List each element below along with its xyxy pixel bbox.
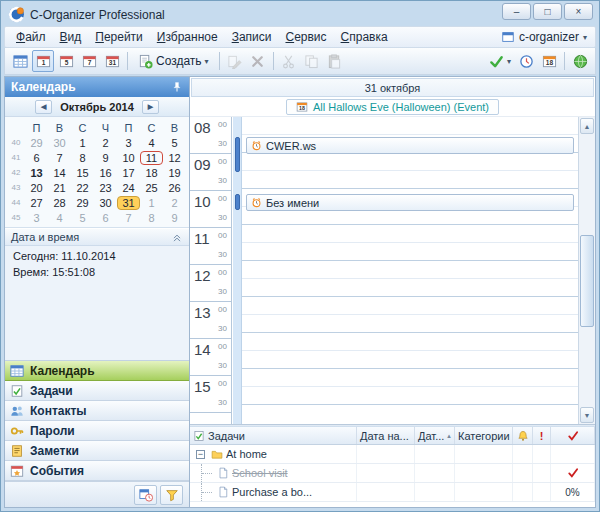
time-slot[interactable] [233, 243, 578, 261]
calendar-day[interactable]: 24 [117, 181, 140, 195]
time-slot[interactable] [233, 351, 578, 369]
sidebar-item-calendar[interactable]: Календарь [5, 361, 189, 381]
calendar-day[interactable]: 1 [140, 196, 163, 210]
calendar-day[interactable]: 3 [117, 136, 140, 150]
time-slot[interactable] [233, 225, 578, 243]
calendar-day[interactable]: 4 [48, 211, 71, 225]
calendar-day[interactable]: 3 [25, 211, 48, 225]
calendar-day[interactable]: 27 [25, 196, 48, 210]
menu-item[interactable]: Вид [53, 27, 89, 47]
calendar-options-button[interactable] [134, 485, 157, 505]
tasks-column-header[interactable]: Дат...▴ [415, 427, 455, 444]
calendar-day[interactable]: 1 [71, 136, 94, 150]
pin-icon[interactable] [171, 81, 183, 93]
c-organizer-menu[interactable]: c-organizer ▾ [501, 30, 591, 44]
sidebar-item-passwords[interactable]: Пароли [5, 421, 189, 441]
calendar-day[interactable]: 31 [117, 196, 140, 210]
scroll-down-button[interactable]: ▼ [580, 407, 594, 423]
calendar-day[interactable]: 18 [140, 166, 163, 180]
calendar-day[interactable]: 12 [163, 151, 186, 165]
time-slot[interactable] [233, 117, 578, 135]
time-slot[interactable] [233, 153, 578, 171]
paste-button[interactable] [324, 50, 346, 72]
calendar-day[interactable]: 6 [25, 151, 48, 165]
workweek-view-button[interactable]: 5 [55, 50, 77, 72]
sidebar-item-tasks[interactable]: Задачи [5, 381, 189, 401]
menu-item[interactable]: Сервис [278, 27, 333, 47]
minimize-button[interactable]: – [502, 3, 531, 20]
go-to-date-button[interactable]: 18 [538, 50, 560, 72]
task-row[interactable]: Purchase a bo...0% [190, 483, 595, 502]
tasks-column-header[interactable]: Дата на... [357, 427, 415, 444]
event-item[interactable]: Без имени [246, 194, 574, 211]
calendar-day[interactable]: 6 [94, 211, 117, 225]
time-slot[interactable] [233, 333, 578, 351]
calendar-day[interactable]: 4 [140, 136, 163, 150]
task-row[interactable]: −At home [190, 445, 595, 464]
menu-item[interactable]: Файл [9, 27, 53, 47]
holidays-button[interactable] [569, 50, 591, 72]
create-button[interactable]: Создать ▾ [132, 50, 215, 72]
calendar-day[interactable]: 14 [48, 166, 71, 180]
calendar-day[interactable]: 20 [25, 181, 48, 195]
menu-item[interactable]: Избранное [150, 27, 225, 47]
scroll-up-button[interactable]: ▲ [580, 118, 594, 134]
tasks-title-cell[interactable]: Задачи [190, 427, 357, 444]
tasks-column-header[interactable]: Категории [455, 427, 513, 444]
calendar-day[interactable]: 25 [140, 181, 163, 195]
menu-item[interactable]: Записи [225, 27, 279, 47]
expander-icon[interactable]: − [196, 450, 205, 459]
calendar-day[interactable]: 10 [117, 151, 140, 165]
calendar-day[interactable]: 26 [163, 181, 186, 195]
time-slot[interactable] [233, 171, 578, 189]
calendar-day[interactable]: 8 [140, 211, 163, 225]
calendar-day[interactable]: 17 [117, 166, 140, 180]
prev-month-button[interactable]: ◀ [35, 100, 52, 114]
calendar-day[interactable]: 21 [48, 181, 71, 195]
filter-button[interactable] [160, 485, 183, 505]
event-item[interactable]: CWER.ws [246, 137, 574, 154]
holiday-banner[interactable]: 18 All Hallows Eve (Halloween) (Event) [286, 99, 499, 115]
time-slot[interactable] [233, 279, 578, 297]
time-slot[interactable] [233, 261, 578, 279]
calendar-day[interactable]: 9 [163, 211, 186, 225]
calendar-day[interactable]: 2 [163, 196, 186, 210]
time-slot[interactable] [233, 315, 578, 333]
calendar-day[interactable]: 8 [71, 151, 94, 165]
cut-button[interactable] [278, 50, 300, 72]
show-completed-button[interactable]: ▾ [486, 50, 514, 72]
calendar-day[interactable]: 9 [94, 151, 117, 165]
calendar-day[interactable]: 16 [94, 166, 117, 180]
copy-button[interactable] [301, 50, 323, 72]
sidebar-item-notes[interactable]: Заметки [5, 441, 189, 461]
sidebar-item-events[interactable]: События [5, 461, 189, 481]
vertical-scrollbar[interactable]: ▲ ▼ [578, 117, 595, 424]
tasks-column-header[interactable]: ! [533, 427, 551, 444]
calendar-day[interactable]: 15 [71, 166, 94, 180]
menu-item[interactable]: Справка [334, 27, 395, 47]
week-view-button[interactable]: 7 [78, 50, 100, 72]
time-slot[interactable] [233, 369, 578, 387]
calendar-day[interactable]: 5 [71, 211, 94, 225]
calendar-day[interactable]: 30 [94, 196, 117, 210]
maximize-button[interactable]: □ [533, 3, 562, 20]
calendar-day[interactable]: 19 [163, 166, 186, 180]
calendar-day[interactable]: 7 [48, 151, 71, 165]
calendar-views-button[interactable] [9, 50, 31, 72]
calendar-day[interactable]: 5 [163, 136, 186, 150]
calendar-day[interactable]: 29 [71, 196, 94, 210]
calendar-day[interactable]: 11 [140, 151, 163, 165]
tasks-column-header[interactable] [551, 427, 595, 444]
sidebar-item-contacts[interactable]: Контакты [5, 401, 189, 421]
delete-button[interactable] [247, 50, 269, 72]
next-month-button[interactable]: ▶ [142, 100, 159, 114]
alarms-button[interactable] [515, 50, 537, 72]
calendar-day[interactable]: 28 [48, 196, 71, 210]
calendar-day[interactable]: 29 [25, 136, 48, 150]
close-button[interactable]: × [564, 3, 593, 20]
datetime-section-header[interactable]: Дата и время [5, 228, 189, 246]
calendar-day[interactable]: 7 [117, 211, 140, 225]
calendar-day[interactable]: 2 [94, 136, 117, 150]
menu-item[interactable]: Перейти [88, 27, 150, 47]
calendar-day[interactable]: 13 [25, 166, 48, 180]
